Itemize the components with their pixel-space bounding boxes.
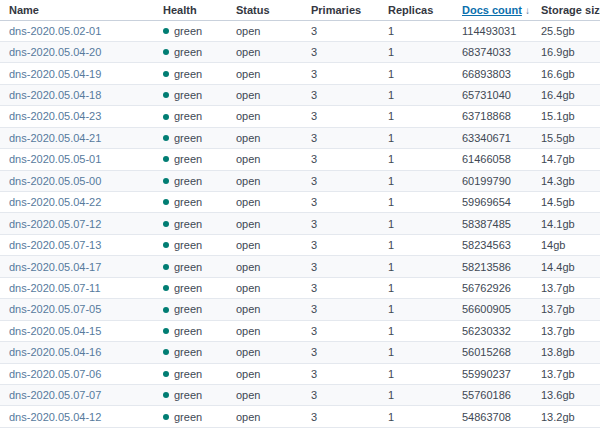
index-name-link[interactable]: dns-2020.05.04-18 bbox=[9, 89, 101, 101]
status-cell: open bbox=[227, 106, 302, 127]
index-name-link[interactable]: dns-2020.05.07-12 bbox=[9, 218, 101, 230]
index-name-cell: dns-2020.05.04-19 bbox=[0, 63, 154, 84]
column-header-name[interactable]: Name bbox=[0, 0, 154, 20]
health-label: green bbox=[174, 175, 202, 187]
health-label: green bbox=[174, 132, 202, 144]
replicas-cell: 1 bbox=[379, 384, 453, 405]
storage-size-cell: 16.4gb bbox=[532, 84, 600, 105]
storage-size-cell: 13.8gb bbox=[532, 342, 600, 363]
docs-count-cell: 58234563 bbox=[453, 234, 532, 255]
index-name-link[interactable]: dns-2020.05.04-22 bbox=[9, 196, 101, 208]
replicas-cell: 1 bbox=[379, 106, 453, 127]
status-cell: open bbox=[227, 256, 302, 277]
index-name-link[interactable]: dns-2020.05.07-07 bbox=[9, 389, 101, 401]
health-green-dot-icon bbox=[163, 414, 169, 420]
replicas-cell: 1 bbox=[379, 149, 453, 170]
health-label: green bbox=[174, 368, 202, 380]
health-green-dot-icon bbox=[163, 392, 169, 398]
health-green-dot-icon bbox=[163, 199, 169, 205]
index-name-link[interactable]: dns-2020.05.05-01 bbox=[9, 153, 101, 165]
primaries-cell: 3 bbox=[302, 20, 379, 41]
index-name-link[interactable]: dns-2020.05.07-13 bbox=[9, 239, 101, 251]
docs-count-cell: 58387485 bbox=[453, 213, 532, 234]
index-name-link[interactable]: dns-2020.05.04-23 bbox=[9, 110, 101, 122]
column-header-primaries[interactable]: Primaries bbox=[302, 0, 379, 20]
primaries-cell: 3 bbox=[302, 234, 379, 255]
index-name-cell: dns-2020.05.07-12 bbox=[0, 213, 154, 234]
health-cell: green bbox=[154, 41, 227, 62]
health-cell: green bbox=[154, 63, 227, 84]
health-cell: green bbox=[154, 20, 227, 41]
column-header-status[interactable]: Status bbox=[227, 0, 302, 20]
health-label: green bbox=[174, 110, 202, 122]
health-cell: green bbox=[154, 299, 227, 320]
health-green-dot-icon bbox=[163, 371, 169, 377]
status-cell: open bbox=[227, 63, 302, 84]
index-name-link[interactable]: dns-2020.05.04-21 bbox=[9, 132, 101, 144]
index-name-link[interactable]: dns-2020.05.07-05 bbox=[9, 303, 101, 315]
index-name-cell: dns-2020.05.05-00 bbox=[0, 170, 154, 191]
index-name-link[interactable]: dns-2020.05.04-17 bbox=[9, 261, 101, 273]
health-green-dot-icon bbox=[163, 285, 169, 291]
storage-size-cell: 15.5gb bbox=[532, 127, 600, 148]
storage-size-cell: 25.5gb bbox=[532, 20, 600, 41]
replicas-cell: 1 bbox=[379, 342, 453, 363]
health-green-dot-icon bbox=[163, 135, 169, 141]
table-row: dns-2020.05.04-21greenopen316334067115.5… bbox=[0, 127, 600, 148]
index-name-link[interactable]: dns-2020.05.05-00 bbox=[9, 175, 101, 187]
health-label: green bbox=[174, 282, 202, 294]
index-name-cell: dns-2020.05.04-22 bbox=[0, 192, 154, 213]
index-name-link[interactable]: dns-2020.05.04-16 bbox=[9, 346, 101, 358]
docs-count-sort-link[interactable]: Docs count bbox=[462, 4, 522, 16]
column-header-health[interactable]: Health bbox=[154, 0, 227, 20]
health-cell: green bbox=[154, 106, 227, 127]
storage-size-cell: 14.4gb bbox=[532, 256, 600, 277]
health-label: green bbox=[174, 325, 202, 337]
primaries-cell: 3 bbox=[302, 149, 379, 170]
column-header-replicas[interactable]: Replicas bbox=[379, 0, 453, 20]
primaries-cell: 3 bbox=[302, 406, 379, 427]
index-name-cell: dns-2020.05.04-18 bbox=[0, 84, 154, 105]
replicas-cell: 1 bbox=[379, 20, 453, 41]
status-cell: open bbox=[227, 170, 302, 191]
replicas-cell: 1 bbox=[379, 127, 453, 148]
status-cell: open bbox=[227, 149, 302, 170]
health-cell: green bbox=[154, 170, 227, 191]
docs-count-cell: 59969654 bbox=[453, 192, 532, 213]
index-name-link[interactable]: dns-2020.05.04-19 bbox=[9, 68, 101, 80]
index-name-cell: dns-2020.05.04-20 bbox=[0, 41, 154, 62]
storage-size-cell: 13.7gb bbox=[532, 363, 600, 384]
replicas-cell: 1 bbox=[379, 234, 453, 255]
index-name-cell: dns-2020.05.07-07 bbox=[0, 384, 154, 405]
index-name-link[interactable]: dns-2020.05.04-15 bbox=[9, 325, 101, 337]
index-name-link[interactable]: dns-2020.05.04-12 bbox=[9, 411, 101, 423]
health-cell: green bbox=[154, 213, 227, 234]
table-row: dns-2020.05.04-18greenopen316573104016.4… bbox=[0, 84, 600, 105]
storage-size-cell: 14gb bbox=[532, 234, 600, 255]
table-row: dns-2020.05.04-12greenopen315486370813.2… bbox=[0, 406, 600, 427]
health-label: green bbox=[174, 46, 202, 58]
primaries-cell: 3 bbox=[302, 342, 379, 363]
storage-size-cell: 13.2gb bbox=[532, 406, 600, 427]
index-name-link[interactable]: dns-2020.05.07-11 bbox=[9, 282, 101, 294]
index-name-link[interactable]: dns-2020.05.04-20 bbox=[9, 46, 101, 58]
column-header-docs-count[interactable]: Docs count↓ bbox=[453, 0, 532, 20]
status-cell: open bbox=[227, 299, 302, 320]
index-name-link[interactable]: dns-2020.05.07-06 bbox=[9, 368, 101, 380]
health-green-dot-icon bbox=[163, 49, 169, 55]
storage-size-cell: 15.1gb bbox=[532, 106, 600, 127]
status-cell: open bbox=[227, 320, 302, 341]
docs-count-cell: 56600905 bbox=[453, 299, 532, 320]
health-cell: green bbox=[154, 406, 227, 427]
column-header-storage-size[interactable]: Storage size bbox=[532, 0, 600, 20]
primaries-cell: 3 bbox=[302, 41, 379, 62]
header-row: Name Health Status Primaries Replicas Do… bbox=[0, 0, 600, 20]
status-cell: open bbox=[227, 84, 302, 105]
replicas-cell: 1 bbox=[379, 84, 453, 105]
table-row: dns-2020.05.04-17greenopen315821358614.4… bbox=[0, 256, 600, 277]
table-row: dns-2020.05.07-12greenopen315838748514.1… bbox=[0, 213, 600, 234]
status-cell: open bbox=[227, 277, 302, 298]
health-cell: green bbox=[154, 234, 227, 255]
index-name-link[interactable]: dns-2020.05.02-01 bbox=[9, 25, 101, 37]
index-name-cell: dns-2020.05.05-01 bbox=[0, 149, 154, 170]
